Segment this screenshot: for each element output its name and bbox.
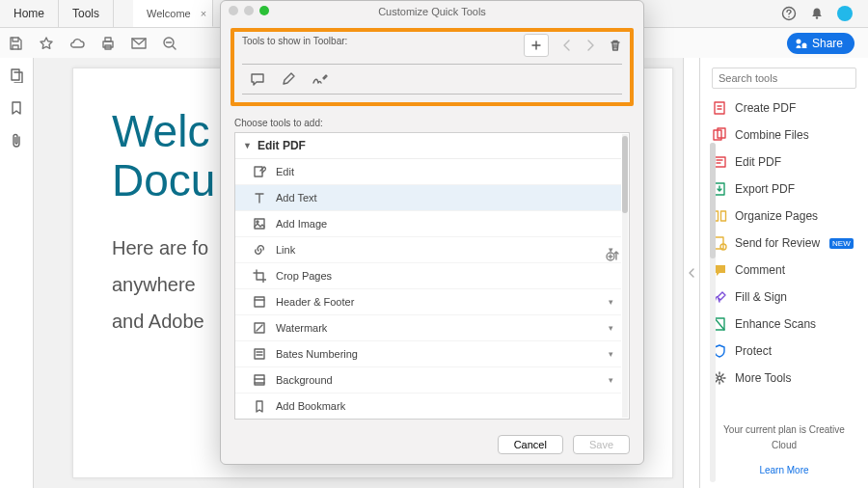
help-icon[interactable] bbox=[781, 6, 797, 21]
attachment-icon[interactable] bbox=[10, 133, 23, 149]
svg-rect-21 bbox=[255, 167, 262, 176]
right-tool-more-tools[interactable]: More Tools bbox=[712, 365, 856, 392]
svg-point-1 bbox=[816, 16, 818, 18]
svg-rect-10 bbox=[715, 102, 724, 114]
toolbar-section-highlight: Tools to show in Toolbar: bbox=[231, 28, 634, 106]
tree-row-bates-numbering[interactable]: Bates Numbering▾ bbox=[235, 341, 621, 367]
row-icon bbox=[253, 347, 266, 361]
search-input[interactable] bbox=[712, 68, 856, 89]
tree-row-add-bookmark[interactable]: Add Bookmark bbox=[235, 393, 621, 419]
window-controls[interactable] bbox=[229, 6, 269, 15]
add-separator-button[interactable] bbox=[524, 34, 549, 57]
row-icon bbox=[253, 295, 266, 309]
learn-more-link[interactable]: Learn More bbox=[712, 463, 856, 478]
row-icon bbox=[253, 217, 266, 230]
cloud-icon[interactable] bbox=[68, 34, 87, 53]
left-rail bbox=[0, 58, 34, 488]
save-icon[interactable] bbox=[6, 34, 25, 53]
tab-tools-label: Tools bbox=[72, 7, 99, 20]
svg-point-23 bbox=[257, 221, 258, 223]
svg-rect-16 bbox=[721, 211, 726, 221]
expand-icon[interactable]: ▾ bbox=[609, 297, 613, 307]
mail-icon[interactable] bbox=[129, 34, 149, 53]
row-icon bbox=[253, 269, 266, 283]
row-icon bbox=[253, 321, 266, 335]
right-tool-fill-sign[interactable]: Fill & Sign bbox=[712, 284, 856, 311]
right-tool-export-pdf[interactable]: Export PDF bbox=[712, 176, 856, 203]
trash-icon[interactable] bbox=[609, 39, 622, 52]
star-icon[interactable] bbox=[37, 34, 56, 53]
tools-tree: ▼ Edit PDF EditAdd TextAdd ImageLink▾Cro… bbox=[234, 132, 630, 420]
tree-row-add-image[interactable]: Add Image bbox=[235, 211, 621, 237]
right-tool-protect[interactable]: Protect bbox=[712, 338, 856, 365]
close-icon[interactable]: × bbox=[201, 8, 206, 19]
right-tool-create-pdf[interactable]: Create PDF bbox=[712, 95, 856, 122]
tree-row-watermark[interactable]: Watermark▾ bbox=[235, 315, 621, 341]
expand-icon[interactable]: ▾ bbox=[609, 349, 613, 359]
right-tool-edit-pdf[interactable]: Edit PDF bbox=[712, 149, 856, 176]
right-tool-enhance-scans[interactable]: Enhance Scans bbox=[712, 311, 856, 338]
zoom-out-icon[interactable] bbox=[160, 34, 179, 53]
plan-info: Your current plan is Creative Cloud Lear… bbox=[712, 413, 856, 478]
tab-tools[interactable]: Tools bbox=[59, 0, 114, 27]
collapse-icon: ▼ bbox=[243, 141, 252, 150]
tree-scrollbar[interactable] bbox=[622, 134, 628, 418]
tree-row-header-footer[interactable]: Header & Footer▾ bbox=[235, 289, 621, 315]
tab-home[interactable]: Home bbox=[0, 0, 59, 27]
dialog-title: Customize Quick Tools bbox=[378, 6, 486, 17]
current-toolbar-strip bbox=[242, 64, 622, 95]
move-right-icon[interactable] bbox=[585, 40, 595, 51]
cancel-button[interactable]: Cancel bbox=[498, 435, 563, 454]
row-icon bbox=[253, 373, 266, 387]
right-tool-organize-pages[interactable]: Organize Pages bbox=[712, 203, 856, 230]
right-tool-comment[interactable]: Comment bbox=[712, 257, 856, 284]
tab-document[interactable]: Welcome × bbox=[133, 0, 213, 27]
svg-rect-22 bbox=[255, 219, 264, 229]
choose-tools-label: Choose tools to add: bbox=[234, 118, 630, 128]
expand-icon[interactable]: ▾ bbox=[609, 323, 613, 333]
svg-rect-24 bbox=[255, 297, 264, 307]
new-badge: NEW bbox=[829, 238, 854, 249]
doc-scrollbar[interactable] bbox=[710, 143, 716, 482]
share-button[interactable]: Share bbox=[787, 33, 854, 54]
right-tool-send-for-review[interactable]: Send for ReviewNEW bbox=[712, 230, 856, 257]
print-icon[interactable] bbox=[98, 34, 118, 53]
tab-doc-label: Welcome bbox=[147, 8, 191, 19]
right-tools-panel: Create PDFCombine FilesEdit PDFExport PD… bbox=[699, 58, 868, 488]
row-icon bbox=[253, 191, 266, 204]
tab-home-label: Home bbox=[14, 7, 44, 20]
save-button[interactable]: Save bbox=[573, 435, 630, 454]
svg-rect-3 bbox=[105, 38, 111, 41]
add-to-toolbar-icon[interactable] bbox=[605, 247, 622, 264]
tree-row-crop-pages[interactable]: Crop Pages bbox=[235, 263, 621, 289]
row-icon bbox=[253, 165, 266, 178]
highlight-icon[interactable] bbox=[281, 71, 296, 87]
svg-rect-9 bbox=[12, 69, 19, 80]
svg-rect-26 bbox=[255, 349, 264, 359]
customize-quick-tools-dialog: Customize Quick Tools Tools to show in T… bbox=[220, 0, 644, 465]
move-left-icon[interactable] bbox=[562, 40, 572, 51]
row-icon bbox=[253, 243, 266, 257]
tree-row-add-text[interactable]: Add Text bbox=[235, 185, 621, 211]
svg-point-7 bbox=[797, 40, 800, 43]
dialog-titlebar[interactable]: Customize Quick Tools bbox=[221, 1, 643, 22]
comment-icon[interactable] bbox=[250, 72, 265, 86]
tree-row-background[interactable]: Background▾ bbox=[235, 367, 621, 393]
right-panel-collapse[interactable] bbox=[683, 58, 699, 488]
avatar[interactable] bbox=[837, 6, 853, 21]
section-label: Edit PDF bbox=[258, 139, 306, 152]
expand-icon[interactable]: ▾ bbox=[609, 375, 613, 385]
bell-icon[interactable] bbox=[810, 7, 824, 20]
right-tool-combine-files[interactable]: Combine Files bbox=[712, 122, 856, 149]
dialog-buttons: Cancel Save bbox=[221, 427, 643, 464]
sign-icon[interactable] bbox=[312, 72, 329, 86]
bookmark-icon[interactable] bbox=[10, 100, 23, 116]
tree-row-link[interactable]: Link▾ bbox=[235, 237, 621, 263]
row-icon bbox=[253, 399, 266, 413]
plan-text: Your current plan is Creative Cloud bbox=[723, 424, 845, 450]
tree-section-edit-pdf[interactable]: ▼ Edit PDF bbox=[235, 133, 621, 159]
share-label: Share bbox=[812, 37, 843, 50]
pages-icon[interactable] bbox=[9, 68, 24, 83]
tree-row-edit[interactable]: Edit bbox=[235, 159, 621, 185]
svg-point-20 bbox=[718, 376, 721, 380]
